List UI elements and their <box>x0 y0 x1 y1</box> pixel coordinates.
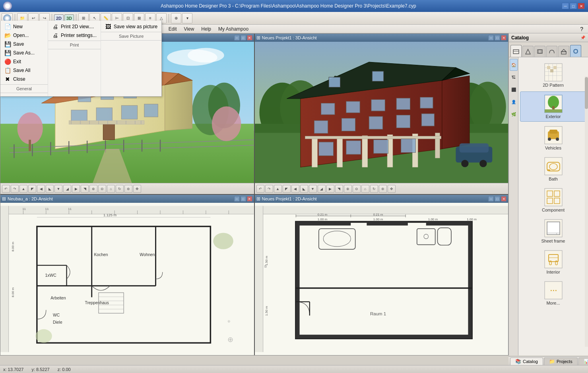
menu-item-exit[interactable]: 🔴 Exit <box>0 57 48 66</box>
catalog-item-component[interactable]: Component <box>520 185 586 215</box>
panel-1-close[interactable]: ✕ <box>247 35 252 41</box>
catalog-item-bath[interactable]: Bath <box>520 154 586 184</box>
catalog-item-interior[interactable]: Interior <box>520 247 586 277</box>
p2-nav-left[interactable]: ◀ <box>291 185 299 193</box>
menu-edit[interactable]: Edit <box>165 25 180 33</box>
catalog-tab-1[interactable] <box>510 45 522 57</box>
catalog-left-btn-3[interactable]: ⬛ <box>510 84 518 95</box>
p2-nav-right[interactable]: ▶ <box>326 185 334 193</box>
nav-btn-pan[interactable]: ✥ <box>133 185 141 193</box>
p2-nav-downleft[interactable]: ◣ <box>300 185 308 193</box>
svg-rect-87 <box>0 206 254 214</box>
catalog-item-vehicles[interactable]: Vehicles <box>520 123 586 153</box>
panel-1-maximize[interactable]: □ <box>241 35 246 41</box>
nav-btn-zoomout[interactable]: ⊖ <box>98 185 106 193</box>
panel-3-close[interactable]: ✕ <box>247 196 252 202</box>
nav-btn-upleft[interactable]: ◤ <box>28 185 36 193</box>
svg-rect-80 <box>373 140 388 153</box>
menu-item-print-2d[interactable]: 🖨 Print 2D view.... <box>48 22 101 31</box>
nav-btn-up[interactable]: ▲ <box>19 185 27 193</box>
p2-nav-upleft[interactable]: ◤ <box>283 185 291 193</box>
nav-btn-upright[interactable]: ◥ <box>81 185 89 193</box>
panel-2-minimize[interactable]: ─ <box>488 35 494 41</box>
menu-item-new[interactable]: 📄 New <box>0 22 48 31</box>
catalog-tab-2[interactable] <box>522 46 534 57</box>
nav-btn-left[interactable]: ◀ <box>37 185 45 193</box>
p2-nav-downright[interactable]: ◢ <box>318 185 326 193</box>
nav-btn-downright[interactable]: ◢ <box>63 185 71 193</box>
panel-4-content[interactable]: 0.21 m 0.21 m <box>255 203 508 355</box>
nav-btn-2[interactable]: ↷ <box>11 185 19 193</box>
menu-item-save-view-picture[interactable]: 🖼 Save view as picture <box>101 22 161 31</box>
svg-rect-66 <box>314 120 328 133</box>
panel-4-close[interactable]: ✕ <box>501 196 506 202</box>
menu-view[interactable]: View <box>180 25 198 33</box>
dropdown-arrow[interactable]: ▾ <box>182 13 192 23</box>
p2-nav-up[interactable]: ▲ <box>274 185 282 193</box>
nav-btn-orbit[interactable]: ⊛ <box>124 185 132 193</box>
catalog-title: Catalog <box>511 35 529 41</box>
svg-text:0.21 m: 0.21 m <box>373 213 383 216</box>
menu-item-close[interactable]: ✖ Close <box>0 75 48 84</box>
catalog-tab-3[interactable] <box>534 46 545 57</box>
catalog-left-btn-2[interactable]: 🏗 <box>510 71 518 83</box>
catalog-tab-5[interactable] <box>558 46 569 57</box>
bottom-tab-quantities[interactable]: 📊 Quantities <box>578 357 588 365</box>
p2-nav-down[interactable]: ▼ <box>309 185 317 193</box>
svg-rect-145 <box>426 222 472 225</box>
exterior-icon-svg <box>544 94 563 113</box>
menu-item-printer-settings[interactable]: 🖨 Printer settings... <box>48 31 101 40</box>
menu-item-save[interactable]: 💾 Save <box>0 40 48 49</box>
panel-2-content[interactable] <box>255 42 508 183</box>
catalog-item-exterior[interactable]: Exterior <box>520 91 586 122</box>
minimize-button[interactable]: ─ <box>562 3 569 9</box>
p2-nav-orbit[interactable]: ⊛ <box>379 185 387 193</box>
catalog-items-scroll[interactable]: 2D Pattern Exterior <box>518 57 588 356</box>
panel-2-maximize[interactable]: □ <box>495 35 500 41</box>
nav-btn-right[interactable]: ▶ <box>72 185 80 193</box>
p2-nav-zoomin[interactable]: ⊕ <box>344 185 352 193</box>
p2-nav-btn-2[interactable]: ↷ <box>265 185 273 193</box>
close-button[interactable]: ✕ <box>578 3 585 9</box>
bottom-tab-catalog[interactable]: 📚 Catalog <box>510 357 543 365</box>
menu-item-save-as[interactable]: 💾 Save As... <box>0 49 48 57</box>
menu-help[interactable]: Help <box>198 25 215 33</box>
svg-point-42 <box>17 113 43 144</box>
panel-4-minimize[interactable]: ─ <box>488 196 494 202</box>
panel-3-content[interactable]: 11 11 11 1.125 m <box>0 203 254 355</box>
nav-btn-down[interactable]: ▼ <box>54 185 62 193</box>
menu-my-ashampoo[interactable]: My Ashampoo <box>215 25 252 33</box>
nav-btn-downleft[interactable]: ◣ <box>46 185 54 193</box>
panel-2-close[interactable]: ✕ <box>501 35 506 41</box>
p2-nav-home[interactable]: ⌂ <box>361 185 369 193</box>
extra-button[interactable]: ⊕ <box>171 13 181 23</box>
catalog-scrollbar-thumb[interactable] <box>585 77 588 109</box>
panel-3-minimize[interactable]: ─ <box>234 196 240 202</box>
panel-1-minimize[interactable]: ─ <box>234 35 240 41</box>
bottom-tab-projects[interactable]: 📁 Projects <box>544 357 578 365</box>
catalog-tab-4[interactable] <box>546 46 557 57</box>
catalog-left-btn-1[interactable]: 🏠 <box>510 59 518 71</box>
catalog-tab-6-active[interactable] <box>570 45 581 57</box>
p2-nav-zoomout[interactable]: ⊖ <box>353 185 361 193</box>
menu-item-open[interactable]: 📂 Open... <box>0 31 48 40</box>
nav-btn-rotate[interactable]: ↻ <box>116 185 124 193</box>
catalog-item-more[interactable]: ⋯ More... <box>520 278 586 308</box>
p2-nav-upright[interactable]: ◥ <box>335 185 343 193</box>
catalog-item-sheetframe[interactable]: Sheet frame <box>520 216 586 246</box>
nav-btn-1[interactable]: ↶ <box>2 185 10 193</box>
panel-4-maximize[interactable]: □ <box>495 196 500 202</box>
catalog-left-btn-5[interactable]: 🌿 <box>510 108 518 120</box>
p2-nav-btn-1[interactable]: ↶ <box>256 185 264 193</box>
nav-btn-home[interactable]: ⌂ <box>107 185 115 193</box>
catalog-item-2d-pattern[interactable]: 2D Pattern <box>520 60 586 90</box>
menu-item-save-all[interactable]: 📋 Save All <box>0 66 48 75</box>
help-icon[interactable]: ? <box>580 26 583 32</box>
nav-btn-zoomin[interactable]: ⊕ <box>89 185 97 193</box>
p2-nav-rotate[interactable]: ↻ <box>370 185 378 193</box>
maximize-button[interactable]: □ <box>570 3 577 9</box>
p2-nav-pan[interactable]: ✥ <box>388 185 396 193</box>
catalog-left-btn-4[interactable]: 👤 <box>510 96 518 108</box>
catalog-pin-button[interactable]: 📌 <box>580 35 586 41</box>
panel-3-maximize[interactable]: □ <box>241 196 246 202</box>
